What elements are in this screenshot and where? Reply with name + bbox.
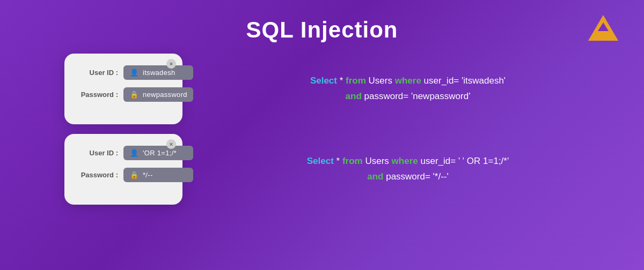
where-keyword-1: where	[395, 76, 421, 86]
userid-row-injection: User ID : 👤 'OR 1=1;/*	[79, 146, 167, 160]
password-row-injection: Password : 🔒 */--	[79, 168, 167, 182]
userid-label-injection: User ID :	[79, 149, 118, 157]
user-icon-normal: 👤	[130, 69, 138, 77]
table-1: Users	[369, 76, 395, 86]
example-injection-row: × User ID : 👤 'OR 1=1;/* Password : 🔒 */…	[64, 134, 612, 205]
value-pw-2: '*/--'	[433, 171, 449, 182]
from-keyword-2: from	[342, 156, 363, 166]
user-icon-injection: 👤	[130, 149, 138, 157]
login-card-normal: × User ID : 👤 itswadesh Password : 🔒 new…	[64, 54, 182, 124]
value-2: ' ' OR 1=1;/*'	[458, 156, 509, 166]
userid-value-normal: itswadesh	[143, 69, 175, 77]
login-card-injection: × User ID : 👤 'OR 1=1;/* Password : 🔒 */…	[64, 134, 182, 205]
star-2: *	[336, 156, 342, 166]
lock-icon-normal: 🔒	[130, 91, 138, 99]
value-pw-1: 'newpassword'	[411, 91, 470, 101]
password-field-normal[interactable]: 🔒 newpassword	[123, 87, 193, 102]
field-pw-2: password=	[386, 171, 430, 182]
password-row-normal: Password : 🔒 newpassword	[79, 87, 167, 102]
query-block-injection: Select * from Users where user_id= ' ' O…	[204, 154, 612, 185]
example-normal-row: × User ID : 👤 itswadesh Password : 🔒 new…	[64, 54, 612, 124]
userid-label-normal: User ID :	[79, 69, 118, 77]
userid-field-normal[interactable]: 👤 itswadesh	[123, 65, 193, 80]
value-1: 'itswadesh'	[462, 76, 506, 86]
main-content: × User ID : 👤 itswadesh Password : 🔒 new…	[0, 43, 644, 221]
close-button-normal[interactable]: ×	[166, 59, 176, 69]
password-value-injection: */--	[143, 171, 153, 179]
password-label-injection: Password :	[79, 171, 118, 179]
field-2: user_id=	[420, 156, 458, 166]
userid-field-injection[interactable]: 👤 'OR 1=1;/*	[123, 146, 193, 160]
password-label-normal: Password :	[79, 91, 118, 99]
field-1: user_id=	[424, 76, 462, 86]
where-keyword-2: where	[392, 156, 418, 166]
table-2: Users	[365, 156, 391, 166]
field-pw-1: password=	[364, 91, 409, 101]
from-keyword-1: from	[346, 76, 366, 86]
page-title: SQL Injection	[0, 0, 644, 43]
userid-row-normal: User ID : 👤 itswadesh	[79, 65, 167, 80]
and-keyword-1: and	[346, 91, 362, 101]
query-line1-injection: Select * from Users where user_id= ' ' O…	[204, 154, 612, 169]
userid-value-injection: 'OR 1=1;/*	[143, 149, 177, 157]
select-keyword-2: Select	[307, 156, 334, 166]
select-keyword-1: Select	[310, 76, 337, 86]
password-value-normal: newpassword	[143, 91, 187, 99]
query-block-normal: Select * from Users where user_id= 'itsw…	[204, 73, 612, 104]
lock-icon-injection: 🔒	[130, 171, 138, 179]
password-field-injection[interactable]: 🔒 */--	[123, 168, 193, 182]
star-1: *	[340, 76, 346, 86]
logo-icon	[588, 15, 618, 41]
query-line2-injection: and password= '*/--'	[204, 169, 612, 185]
query-line1-normal: Select * from Users where user_id= 'itsw…	[204, 73, 612, 89]
close-button-injection[interactable]: ×	[166, 139, 176, 149]
query-line2-normal: and password= 'newpassword'	[204, 89, 612, 104]
and-keyword-2: and	[367, 171, 383, 182]
